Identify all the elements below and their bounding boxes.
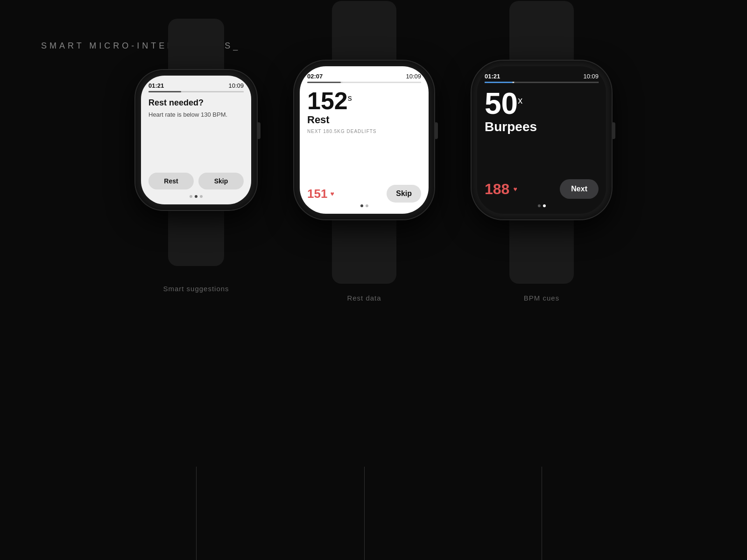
watch-2-display: 02:07 10:09 152s Rest NEXT 180.5KG DEADL… [300,66,429,214]
watch-3-crown [612,122,615,139]
watch-1-case: 01:21 10:09 Rest needed? Heart rate is b… [135,70,257,210]
watch-1-header: 01:21 10:09 [148,82,244,89]
watch-1-band-bottom [168,201,224,266]
watch-1-progress [148,91,244,92]
watches-container: 01:21 10:09 Rest needed? Heart rate is b… [0,61,747,302]
watch-2-band-top [332,1,396,66]
watch-2-bpm: 151 [307,187,327,201]
watch-2-prog-active [307,82,341,83]
watch-2-header: 02:07 10:09 [307,73,421,80]
watch-1-buttons: Rest Skip [148,173,244,189]
watch-1-display: 01:21 10:09 Rest needed? Heart rate is b… [141,76,251,204]
watch-1-crown [257,122,261,139]
divider-1 [135,448,257,560]
watch-3-band-top [509,1,574,66]
watch-2-case: 02:07 10:09 152s Rest NEXT 180.5KG DEADL… [294,61,434,219]
watch-1-subtitle: Heart rate is below 130 BPM. [148,111,244,119]
skip-button-2[interactable]: Skip [387,185,421,203]
watch-3-header: 01:21 10:09 [485,73,599,80]
rest-button[interactable]: Rest [148,173,194,189]
watch-2-progress [307,82,421,83]
watch-3-exercise-count: 50x [485,89,599,119]
dot-2 [195,195,197,198]
watch-3-label: BPM cues [524,294,559,302]
watch-1-title: Rest needed? [148,98,244,108]
watch-3-prog-inactive [514,82,599,83]
watch-2-label: Rest data [347,294,381,302]
heart-icon-2: ♥ [330,190,334,197]
watch-3-display: 01:21 10:09 50x Burpees 188 [477,66,606,214]
skip-button-1[interactable]: Skip [198,173,244,189]
watch-1-prog-inactive [183,91,244,92]
watch-1-label: Smart suggestions [163,285,229,293]
divider-2 [294,448,434,560]
heart-icon-3: ♥ [513,185,517,193]
watch-2-big-number: 152s [307,89,421,113]
watch-2-next-label: NEXT 180.5KG DEADLIFTS [307,129,421,134]
next-button[interactable]: Next [560,179,599,199]
watch-3-bpm: 188 [485,181,509,198]
dot-3 [200,195,203,198]
watch-3-time-left: 01:21 [485,73,500,80]
watch-3-band-bottom [509,214,574,284]
watch-2-time-left: 02:07 [307,73,323,80]
dot-1 [190,195,192,198]
watch-3-dots [485,204,599,207]
watch-2-body: 02:07 10:09 152s Rest NEXT 180.5KG DEADL… [294,61,434,219]
watch-2-rest-label: Rest [307,114,421,126]
watch-3-time-right: 10:09 [583,73,599,80]
watch-2-prog-inactive [342,82,421,83]
watch-2-bpm-row: 151 ♥ Skip [307,185,421,203]
watch-1: 01:21 10:09 Rest needed? Heart rate is b… [135,70,257,293]
dot-4 [360,204,363,207]
watch-1-body: 01:21 10:09 Rest needed? Heart rate is b… [135,70,257,210]
watch-3-exercise-name: Burpees [485,119,599,134]
watch-2-crown [434,122,438,139]
watch-2-band-bottom [332,214,396,284]
watch-2-time-right: 10:09 [406,73,421,80]
dot-6 [538,204,541,207]
watch-3-body: 01:21 10:09 50x Burpees 188 [472,61,612,219]
watch-2: 02:07 10:09 152s Rest NEXT 180.5KG DEADL… [294,61,434,302]
divider-3 [472,448,612,560]
watch-2-screen: 02:07 10:09 152s Rest NEXT 180.5KG DEADL… [300,66,429,214]
dot-5 [366,204,368,207]
watch-1-screen: 01:21 10:09 Rest needed? Heart rate is b… [141,76,251,204]
watch-3-prog-active [485,82,513,83]
watch-1-time-right: 10:09 [228,82,244,89]
watch-1-dots [148,195,244,198]
watch-1-time-left: 01:21 [148,82,164,89]
watch-3-case: 01:21 10:09 50x Burpees 188 [472,61,612,219]
watch-2-dots [307,204,421,207]
watch-3-bpm-row: 188 ♥ Next [485,179,599,199]
watch-3-progress [485,82,599,83]
watch-3-screen: 01:21 10:09 50x Burpees 188 [477,66,606,214]
watch-1-prog-active [148,91,181,92]
watch-3: 01:21 10:09 50x Burpees 188 [472,61,612,302]
dot-7 [543,204,546,207]
